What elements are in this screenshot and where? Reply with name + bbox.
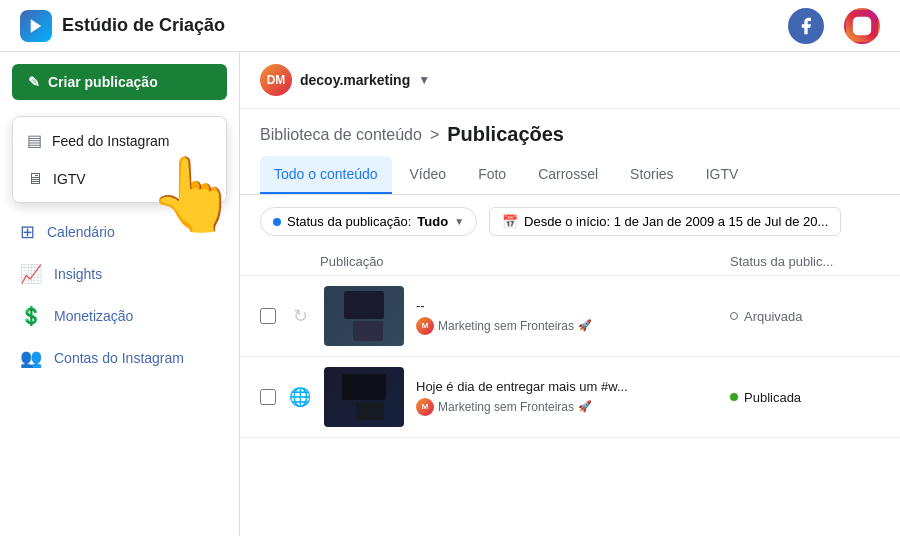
dropdown-item-igtv[interactable]: 🖥 IGTV (13, 160, 226, 198)
row1-rocket-icon: 🚀 (578, 319, 592, 332)
row2-rocket-icon: 🚀 (578, 400, 592, 413)
insights-icon: 📈 (20, 263, 42, 285)
breadcrumb-current: Publicações (447, 123, 564, 146)
topbar-left: Estúdio de Criação (20, 10, 225, 42)
sidebar-item-monetizacao[interactable]: 💲 Monetização (0, 295, 239, 337)
row1-author: M Marketing sem Fronteiras 🚀 (416, 317, 718, 335)
row1-checkbox[interactable] (260, 308, 276, 324)
status-dot (273, 218, 281, 226)
row2-content: Hoje é dia de entregar mais um #w... M M… (416, 379, 718, 416)
row2-author-avatar: M (416, 398, 434, 416)
filters-bar: Status da publicação: Tudo ▼ 📅 Desde o i… (240, 195, 900, 248)
calendar-icon: 📅 (502, 214, 518, 229)
svg-point-3 (866, 20, 868, 22)
status-filter[interactable]: Status da publicação: Tudo ▼ (260, 207, 477, 236)
create-publication-button[interactable]: ✎ Criar publicação (12, 64, 227, 100)
row2-title: Hoje é dia de entregar mais um #w... (416, 379, 718, 394)
row1-thumbnail (324, 286, 404, 346)
main-layout: ✎ Criar publicação ▤ Feed do Instagram 🖥… (0, 52, 900, 536)
instagram-icon[interactable] (844, 8, 880, 44)
row1-status-label: Arquivada (744, 309, 803, 324)
breadcrumb-library[interactable]: Biblioteca de conteúdo (260, 126, 422, 144)
tab-video[interactable]: Vídeo (396, 156, 461, 194)
tab-stories[interactable]: Stories (616, 156, 688, 194)
svg-marker-0 (31, 19, 42, 33)
content-area: DM decoy.marketing ▼ Biblioteca de conte… (240, 52, 900, 536)
row1-status-dot (730, 312, 738, 320)
feed-icon: ▤ (27, 131, 42, 150)
table-row: 🌐 Hoje é dia de entregar mais um #w... M… (240, 357, 900, 438)
row2-author: M Marketing sem Fronteiras 🚀 (416, 398, 718, 416)
table-row: ↻ -- M Marketing sem Fronteiras 🚀 (240, 276, 900, 357)
svg-point-2 (859, 22, 866, 29)
account-dropdown-arrow[interactable]: ▼ (418, 73, 430, 87)
date-filter-label: Desde o início: 1 de Jan de 2009 a 15 de… (524, 214, 828, 229)
monetizacao-icon: 💲 (20, 305, 42, 327)
table-header: Publicação Status da public... (240, 248, 900, 276)
dropdown-menu: ▤ Feed do Instagram 🖥 IGTV (12, 116, 227, 203)
topbar: Estúdio de Criação (0, 0, 900, 52)
row2-checkbox[interactable] (260, 389, 276, 405)
account-avatar: DM (260, 64, 292, 96)
dropdown-item-feed[interactable]: ▤ Feed do Instagram (13, 121, 226, 160)
igtv-icon: 🖥 (27, 170, 43, 188)
row2-status-label: Publicada (744, 390, 801, 405)
facebook-icon[interactable] (788, 8, 824, 44)
sidebar: ✎ Criar publicação ▤ Feed do Instagram 🖥… (0, 52, 240, 536)
col-status: Status da public... (730, 254, 880, 269)
row1-refresh-icon: ↻ (288, 304, 312, 328)
account-bar: DM decoy.marketing ▼ (240, 52, 900, 109)
filter-dropdown-arrow: ▼ (454, 216, 464, 227)
row2-status: Publicada (730, 390, 880, 405)
col-publicacao: Publicação (320, 254, 730, 269)
sidebar-nav: ⊞ Calendário 📈 Insights 💲 Monetização 👥 … (0, 211, 239, 379)
row1-content: -- M Marketing sem Fronteiras 🚀 (416, 298, 718, 335)
row2-thumbnail (324, 367, 404, 427)
row2-status-dot (730, 393, 738, 401)
breadcrumb-separator: > (430, 126, 439, 144)
tab-igtv[interactable]: IGTV (692, 156, 753, 194)
row1-author-avatar: M (416, 317, 434, 335)
sidebar-item-calendario[interactable]: ⊞ Calendário (0, 211, 239, 253)
row2-globe-icon: 🌐 (288, 385, 312, 409)
tab-all[interactable]: Todo o conteúdo (260, 156, 392, 194)
tab-carrossel[interactable]: Carrossel (524, 156, 612, 194)
breadcrumb: Biblioteca de conteúdo > Publicações (240, 109, 900, 156)
status-filter-value: Tudo (417, 214, 448, 229)
social-icons (788, 8, 880, 44)
studio-logo (20, 10, 52, 42)
row1-title: -- (416, 298, 718, 313)
app-title: Estúdio de Criação (62, 15, 225, 36)
edit-icon: ✎ (28, 74, 40, 90)
sidebar-item-insights[interactable]: 📈 Insights (0, 253, 239, 295)
contas-icon: 👥 (20, 347, 42, 369)
content-tabs: Todo o conteúdo Vídeo Foto Carrossel Sto… (240, 156, 900, 195)
sidebar-item-contas[interactable]: 👥 Contas do Instagram (0, 337, 239, 379)
account-name: decoy.marketing (300, 72, 410, 88)
calendario-icon: ⊞ (20, 221, 35, 243)
date-filter[interactable]: 📅 Desde o início: 1 de Jan de 2009 a 15 … (489, 207, 841, 236)
tab-foto[interactable]: Foto (464, 156, 520, 194)
status-filter-label: Status da publicação: (287, 214, 411, 229)
row1-status: Arquivada (730, 309, 880, 324)
